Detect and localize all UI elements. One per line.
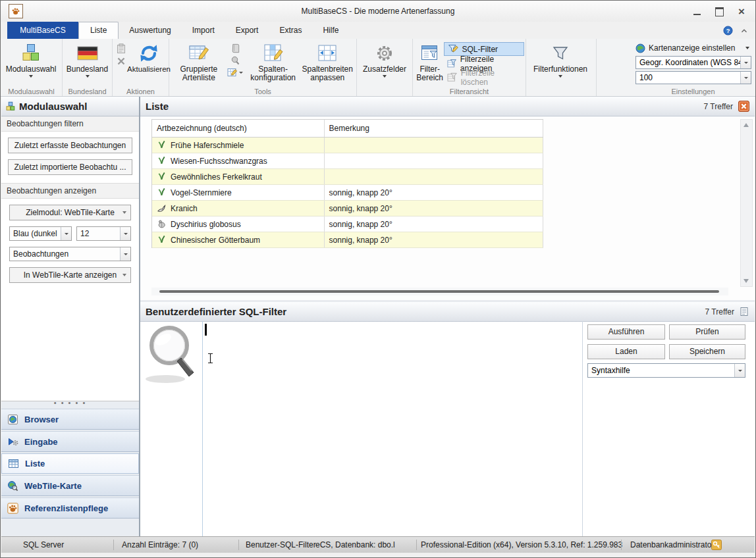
filterfunktionen-button[interactable]: Filterfunktionen — [527, 40, 593, 86]
mini-grid-edit-button[interactable] — [227, 67, 243, 78]
ausfuehren-button[interactable]: Ausführen — [587, 324, 665, 340]
module-browser[interactable]: Browser — [1, 409, 139, 430]
sql-filter-panel: Benutzerdefinierter SQL-Filter 7 Treffer — [140, 302, 755, 537]
groesse-dropdown-arrow[interactable] — [120, 227, 130, 240]
module-browser-label: Browser — [24, 415, 59, 424]
gruppierte-artenliste-label: Gruppierte Artenliste — [173, 65, 225, 82]
modulauswahl-button[interactable]: Modulauswahl — [2, 40, 60, 86]
clear-x-icon[interactable] — [116, 56, 126, 66]
laden-button[interactable]: Laden — [587, 344, 665, 359]
table-row[interactable]: Dyschirius globosus sonnig, knapp 20° — [152, 216, 543, 232]
ribbon-group-filteransicht: Filter-Bereich SQL-Filter Filt — [413, 39, 526, 96]
table-header-row: Artbezeichnung (deutsch) Bemerkung — [152, 120, 543, 138]
gear-icon — [375, 41, 394, 65]
vertical-scrollbar[interactable] — [740, 119, 753, 287]
sidebar-splitter[interactable]: • • • • • — [1, 401, 139, 407]
table-row[interactable]: Frühe Haferschmiele — [152, 138, 543, 153]
sql-panel-title: Benutzerdefinierter SQL-Filter — [146, 306, 286, 317]
tab-import[interactable]: Import — [182, 22, 225, 39]
zoom-dropdown-arrow[interactable] — [740, 72, 751, 84]
minimize-button[interactable] — [693, 14, 701, 15]
column-width-icon — [317, 41, 338, 65]
horizontal-scrollbar-thumb[interactable] — [159, 290, 719, 293]
svg-text:?: ? — [726, 28, 730, 34]
ibeam-cursor — [206, 353, 215, 364]
scroll-down-arrow[interactable] — [743, 279, 749, 283]
help-icon[interactable]: ? — [723, 26, 733, 36]
speichern-button[interactable]: Speichern — [669, 344, 745, 359]
group-label-einstellungen: Einstellungen — [632, 88, 755, 95]
tab-multibasecs[interactable]: MultiBaseCS — [7, 22, 78, 39]
webtile-anzeigen-dropdown[interactable]: In WebTile-Karte anzeigen — [9, 267, 131, 283]
module-referenzlistenpflege[interactable]: Referenzlistenpflege — [1, 497, 139, 519]
column-header-art[interactable]: Artbezeichnung (deutsch) — [152, 120, 325, 137]
groesse-select[interactable]: 12 — [76, 226, 131, 241]
pruefen-button[interactable]: Prüfen — [669, 324, 745, 340]
spaltenbreiten-button[interactable]: Spaltenbreiten anpassen — [300, 40, 355, 86]
filterzeile-loeschen-button[interactable]: Filterzeile löschen — [444, 71, 524, 84]
pin-icon[interactable] — [230, 55, 240, 66]
spaltenbreiten-label: Spaltenbreiten anpassen — [300, 65, 355, 82]
module-eingabe[interactable]: Eingabe — [1, 431, 139, 452]
zusatzfelder-label: Zusatzfelder — [363, 65, 406, 74]
tab-liste[interactable]: Liste — [78, 22, 119, 39]
refresh-icon — [138, 41, 159, 65]
ribbon-group-aktionen: Aktualisieren Aktionen — [113, 39, 169, 96]
gruppierte-artenliste-button[interactable]: Gruppierte Artenliste — [173, 40, 225, 86]
tab-auswertung[interactable]: Auswertung — [119, 22, 181, 39]
title-bar: MultiBaseCS - Die moderne Artenerfassung… — [1, 1, 755, 22]
zuletzt-erfasste-button[interactable]: Zuletzt erfasste Beobachtungen — [8, 138, 132, 153]
farbe-dropdown-arrow[interactable] — [61, 227, 71, 240]
module-webtile-karte[interactable]: WebTile-Karte — [1, 475, 139, 496]
liste-panel-title: Liste — [146, 101, 169, 112]
table-row[interactable]: Vogel-Sternmiere sonnig, knapp 20° — [152, 185, 543, 201]
zielmodul-value: Zielmodul: WebTile-Karte — [26, 208, 115, 217]
zielmodul-dropdown[interactable]: Zielmodul: WebTile-Karte — [9, 205, 131, 220]
ribbon-group-filterfunktionen: Filterfunktionen — [526, 39, 597, 96]
zusatzfelder-button[interactable]: Zusatzfelder — [358, 40, 411, 86]
module-liste[interactable]: Liste — [1, 453, 139, 474]
restore-button[interactable] — [715, 7, 724, 16]
sql-editor-area[interactable]: Ausführen Prüfen Laden Speichern Syntaxh… — [140, 321, 755, 537]
typ-dropdown-arrow[interactable] — [120, 247, 130, 261]
column-config-icon — [263, 41, 284, 65]
tab-hilfe[interactable]: Hilfe — [312, 22, 349, 39]
zuletzt-importierte-button[interactable]: Zuletzt importierte Beobachtu ... — [8, 159, 132, 175]
scroll-up-arrow[interactable] — [743, 123, 749, 127]
group-label-aktionen: Aktionen — [113, 88, 169, 95]
syntaxhilfe-select[interactable]: Syntaxhilfe — [587, 363, 745, 378]
table-row[interactable]: Wiesen-Fuchsschwanzgras — [152, 153, 543, 169]
koordinaten-dropdown-arrow[interactable] — [740, 57, 751, 68]
table-row[interactable]: Gewöhnliches Ferkelkraut — [152, 169, 543, 185]
horizontal-scrollbar[interactable] — [151, 288, 728, 295]
spaltenkonfiguration-button[interactable]: Spalten-konfiguration — [246, 40, 300, 86]
filter-bereich-button[interactable]: Filter-Bereich — [416, 40, 444, 86]
aktualisieren-button[interactable]: Aktualisieren — [128, 40, 169, 86]
zoom-select[interactable]: 100 — [635, 71, 751, 84]
table-row[interactable]: Kranich sonnig, knapp 20° — [152, 201, 543, 216]
koordinaten-select[interactable]: Geogr. Koordinaten (WGS 84 — [635, 56, 751, 69]
species-table: Artbezeichnung (deutsch) Bemerkung Frühe… — [151, 119, 543, 248]
farbe-select[interactable]: Blau (dunkel — [9, 226, 72, 241]
book-icon[interactable] — [230, 43, 241, 54]
paw-icon — [7, 503, 18, 514]
close-button[interactable]: × — [738, 8, 745, 16]
species-name-cell: Frühe Haferschmiele — [171, 141, 244, 150]
typ-select[interactable]: Beobachtungen — [9, 247, 131, 261]
globe-magnifier-icon — [7, 480, 18, 492]
syntaxhilfe-dropdown-arrow[interactable] — [734, 364, 745, 377]
kartenanzeige-button[interactable]: Kartenanzeige einstellen — [635, 42, 751, 54]
paste-icon[interactable] — [115, 43, 127, 55]
tab-export[interactable]: Export — [225, 22, 269, 39]
bemerkung-cell: sonnig, knapp 20° — [325, 185, 543, 200]
bundesland-button[interactable]: Bundesland — [64, 40, 111, 86]
filter-row-show-icon — [447, 59, 456, 68]
tab-extras[interactable]: Extras — [269, 22, 312, 39]
collapse-ribbon-icon[interactable] — [740, 26, 749, 36]
main-area: Liste 7 Treffer Artbezeichnung (deutsch)… — [140, 97, 755, 537]
table-row[interactable]: Chinesischer Götterbaum sonnig, knapp 20… — [152, 232, 543, 248]
group-label-bundesland: Bundesland — [63, 88, 112, 95]
column-header-bemerkung[interactable]: Bemerkung — [325, 120, 543, 137]
result-list-icon[interactable] — [740, 307, 749, 317]
close-panel-icon[interactable] — [738, 101, 749, 112]
